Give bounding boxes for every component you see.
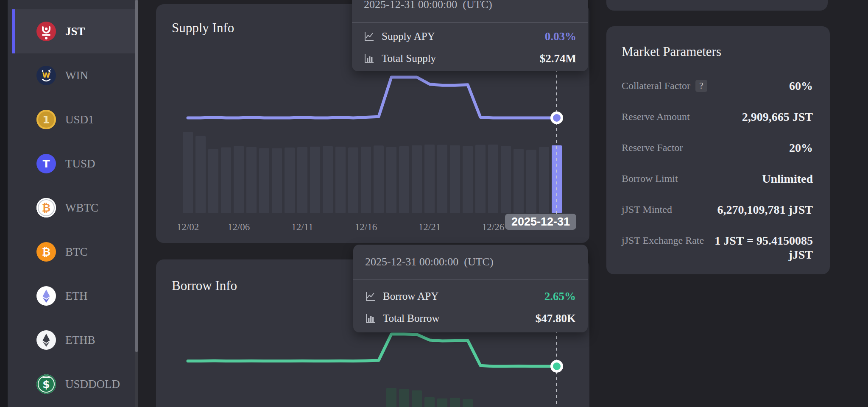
sidebar-item-win[interactable]: w WIN bbox=[12, 53, 135, 98]
tooltip-row-supply-apy: Supply APY 0.03% bbox=[352, 25, 588, 47]
borrow-apy-value: 2.65% bbox=[544, 290, 576, 303]
borrow-chart-tooltip: 2025-12-31 00:00:00 (UTC) Borrow APY 2.6… bbox=[353, 245, 588, 332]
param-label: Reserve Factor bbox=[622, 141, 683, 154]
x-axis-tick: 12/06 bbox=[228, 222, 250, 233]
win-token-icon: w bbox=[36, 66, 56, 85]
param-row-reserve-factor: Reserve Factor 20% bbox=[622, 141, 813, 155]
x-axis-tick: 12/26 bbox=[482, 222, 504, 233]
top-right-card-fragment bbox=[606, 0, 828, 11]
param-label: jJST Minted bbox=[622, 203, 672, 216]
tusd-token-icon: T bbox=[36, 154, 56, 173]
cursor-date-badge: 2025-12-31 bbox=[505, 214, 576, 230]
param-row-jjst-minted: jJST Minted 6,270,109,781 jJST bbox=[622, 203, 813, 217]
jjst-exchange-rate-value: 1 JST = 95.4150085 jJST bbox=[704, 234, 813, 262]
sidebar-item-usd1[interactable]: 1 USD1 bbox=[12, 98, 135, 142]
sidebar-item-label: WIN bbox=[65, 69, 88, 82]
param-label: Reserve Amount bbox=[622, 110, 690, 123]
sidebar-item-label: JST bbox=[65, 25, 85, 38]
sidebar-item-label: USD1 bbox=[65, 113, 94, 126]
x-axis-tick: 12/02 bbox=[177, 222, 199, 233]
sidebar-item-label: WBTC bbox=[65, 201, 98, 215]
tooltip-row-borrow-apy: Borrow APY 2.65% bbox=[353, 285, 588, 307]
reserve-amount-value: 2,909,665 JST bbox=[742, 110, 813, 124]
left-edge-strip bbox=[0, 0, 8, 407]
sidebar-item-jst[interactable]: JST bbox=[12, 9, 135, 53]
borrow-limit-value: Unlimited bbox=[762, 172, 813, 186]
tooltip-label: Borrow APY bbox=[383, 290, 438, 302]
param-label: jJST Exchange Rate bbox=[622, 234, 704, 247]
param-row-collateral-factor: Collateral Factor? 60% bbox=[622, 79, 813, 93]
param-row-reserve-amount: Reserve Amount 2,909,665 JST bbox=[622, 110, 813, 124]
supply-chart-tooltip: 2025-12-31 00:00:00 (UTC) Supply APY 0.0… bbox=[352, 0, 588, 71]
param-label: Borrow Limit bbox=[622, 172, 678, 185]
tooltip-row-total-supply: Total Supply $2.74M bbox=[352, 47, 588, 70]
sidebar-item-btc[interactable]: ₿ BTC bbox=[12, 230, 135, 274]
param-label: Collateral Factor bbox=[622, 79, 690, 92]
sidebar-item-ethb[interactable]: ETHB bbox=[12, 318, 135, 362]
sidebar-item-tusd[interactable]: T TUSD bbox=[12, 142, 135, 186]
market-parameters-title: Market Parameters bbox=[622, 26, 813, 59]
eth-token-icon bbox=[36, 286, 56, 306]
sidebar-item-label: ETH bbox=[65, 290, 87, 303]
tooltip-label: Total Borrow bbox=[383, 312, 440, 324]
bar-chart-icon bbox=[365, 313, 376, 324]
x-axis-tick: 12/16 bbox=[355, 222, 377, 233]
sidebar-item-usddold[interactable]: $ USDDOLD bbox=[12, 362, 135, 406]
x-axis-tick: 12/21 bbox=[419, 222, 441, 233]
usd1-token-icon: 1 bbox=[36, 110, 56, 129]
reserve-factor-value: 20% bbox=[789, 141, 813, 155]
btc-token-icon: ₿ bbox=[36, 242, 56, 262]
market-parameters-card: Market Parameters Collateral Factor? 60%… bbox=[606, 26, 830, 274]
tooltip-row-total-borrow: Total Borrow $47.80K bbox=[353, 307, 588, 329]
wbtc-token-icon: ₿ bbox=[36, 198, 56, 217]
usddold-token-icon: $ bbox=[36, 374, 56, 394]
sidebar-item-label: ETHB bbox=[65, 334, 95, 347]
token-sidebar: JST w WIN 1 USD1 T TUSD ₿ WBTC ₿ BTC bbox=[8, 0, 138, 407]
app-root: { "colors": { "page_bg": "#222227", "sid… bbox=[0, 0, 868, 407]
tooltip-timestamp: 2025-12-31 00:00:00 (UTC) bbox=[352, 0, 588, 23]
bar-chart-icon bbox=[364, 53, 375, 64]
line-chart-icon bbox=[365, 291, 376, 302]
total-supply-value: $2.74M bbox=[540, 52, 576, 65]
line-chart-icon bbox=[364, 31, 375, 42]
selected-accent-bar bbox=[12, 9, 15, 53]
total-borrow-value: $47.80K bbox=[536, 312, 576, 325]
sidebar-scrollbar-thumb[interactable] bbox=[135, 0, 138, 352]
sidebar-item-eth[interactable]: ETH bbox=[12, 274, 135, 318]
param-row-borrow-limit: Borrow Limit Unlimited bbox=[622, 172, 813, 186]
param-row-jjst-exchange-rate: jJST Exchange Rate 1 JST = 95.4150085 jJ… bbox=[622, 234, 813, 262]
sidebar-item-label: USDDOLD bbox=[65, 378, 120, 391]
supply-apy-value: 0.03% bbox=[545, 30, 576, 43]
borrow-card-title: Borrow Info bbox=[172, 278, 237, 293]
jjst-minted-value: 6,270,109,781 jJST bbox=[717, 203, 813, 217]
tooltip-timestamp: 2025-12-31 00:00:00 (UTC) bbox=[353, 245, 588, 280]
collateral-factor-value: 60% bbox=[789, 79, 813, 93]
sidebar-item-label: BTC bbox=[65, 245, 88, 259]
usdd-glyph: $ bbox=[42, 378, 50, 390]
x-axis-tick: 12/11 bbox=[291, 222, 313, 233]
jst-token-icon bbox=[36, 22, 56, 41]
sidebar-scrollbar-track[interactable] bbox=[135, 0, 138, 407]
sidebar-item-wbtc[interactable]: ₿ WBTC bbox=[12, 186, 135, 230]
tooltip-label: Total Supply bbox=[382, 53, 436, 64]
help-icon[interactable]: ? bbox=[695, 80, 707, 92]
ethb-token-icon bbox=[36, 330, 56, 350]
sidebar-item-label: TUSD bbox=[65, 157, 95, 170]
supply-card-title: Supply Info bbox=[172, 20, 234, 36]
tooltip-label: Supply APY bbox=[382, 31, 435, 42]
